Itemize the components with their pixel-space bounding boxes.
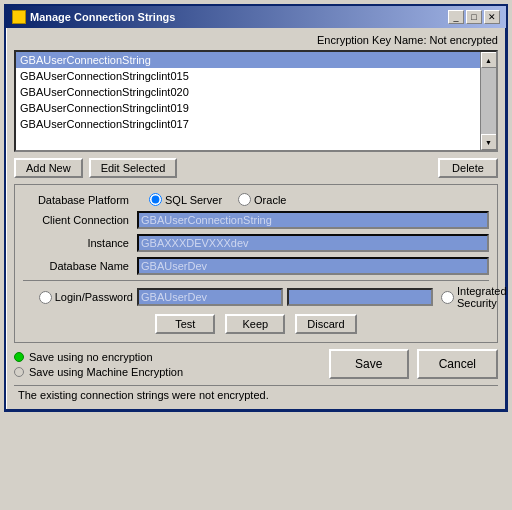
close-button[interactable]: ✕: [484, 10, 500, 24]
discard-button[interactable]: Discard: [295, 314, 356, 334]
database-platform-row: Database Platform SQL Server Oracle: [23, 193, 489, 206]
client-connection-input[interactable]: [137, 211, 489, 229]
window-icon: [12, 10, 26, 24]
list-item[interactable]: GBAUserConnectionStringclint017: [16, 116, 480, 132]
password-input[interactable]: [287, 288, 433, 306]
list-item[interactable]: GBAUserConnectionStringclint015: [16, 68, 480, 84]
save-row: Save using no encryption Save using Mach…: [14, 349, 498, 379]
login-input[interactable]: [137, 288, 283, 306]
list-item[interactable]: GBAUserConnectionString: [16, 52, 480, 68]
test-buttons-row: Test Keep Discard: [23, 314, 489, 334]
database-name-label: Database Name: [23, 260, 133, 272]
no-encryption-dot: [14, 352, 24, 362]
main-window: Manage Connection Strings _ □ ✕ Encrypti…: [4, 4, 508, 412]
status-message: The existing connection strings were not…: [18, 389, 269, 401]
client-connection-row: Client Connection: [23, 211, 489, 229]
sql-server-radio[interactable]: [149, 193, 162, 206]
scroll-down-button[interactable]: ▼: [481, 134, 497, 150]
oracle-option[interactable]: Oracle: [238, 193, 286, 206]
oracle-label: Oracle: [254, 194, 286, 206]
integrated-security-label: Integrated Security: [457, 285, 507, 309]
scroll-track[interactable]: [481, 68, 496, 134]
instance-label: Instance: [23, 237, 133, 249]
integrated-security-option[interactable]: Integrated Security: [441, 285, 507, 309]
integrated-security-radio[interactable]: [441, 291, 454, 304]
instance-row: Instance: [23, 234, 489, 252]
save-cancel-buttons: Save Cancel: [329, 349, 498, 379]
test-button[interactable]: Test: [155, 314, 215, 334]
edit-selected-button[interactable]: Edit Selected: [89, 158, 178, 178]
title-bar: Manage Connection Strings _ □ ✕: [6, 6, 506, 28]
machine-encryption-label: Save using Machine Encryption: [29, 366, 183, 378]
cancel-button[interactable]: Cancel: [417, 349, 498, 379]
list-item[interactable]: GBAUserConnectionStringclint019: [16, 100, 480, 116]
encryption-label: Encryption Key Name: Not encrypted: [14, 34, 498, 46]
status-bar: The existing connection strings were not…: [14, 385, 498, 404]
instance-input[interactable]: [137, 234, 489, 252]
machine-encryption-option[interactable]: Save using Machine Encryption: [14, 366, 309, 378]
database-platform-label: Database Platform: [23, 194, 133, 206]
window-title: Manage Connection Strings: [30, 11, 175, 23]
save-button[interactable]: Save: [329, 349, 409, 379]
list-item[interactable]: GBAUserConnectionStringclint020: [16, 84, 480, 100]
list-action-buttons: Add New Edit Selected Delete: [14, 158, 498, 178]
database-name-row: Database Name: [23, 257, 489, 275]
login-row: Login/Password Integrated Security: [23, 285, 489, 309]
sql-server-label: SQL Server: [165, 194, 222, 206]
save-options: Save using no encryption Save using Mach…: [14, 351, 309, 378]
no-encryption-option[interactable]: Save using no encryption: [14, 351, 309, 363]
login-inputs: [137, 288, 433, 306]
list-items: GBAUserConnectionString GBAUserConnectio…: [16, 52, 480, 150]
oracle-radio[interactable]: [238, 193, 251, 206]
scrollbar[interactable]: ▲ ▼: [480, 52, 496, 150]
form-section: Database Platform SQL Server Oracle Clie…: [14, 184, 498, 343]
keep-button[interactable]: Keep: [225, 314, 285, 334]
login-label-wrap: Login/Password: [23, 291, 133, 304]
title-bar-left: Manage Connection Strings: [12, 10, 175, 24]
connection-string-list[interactable]: GBAUserConnectionString GBAUserConnectio…: [14, 50, 498, 152]
add-new-button[interactable]: Add New: [14, 158, 83, 178]
scroll-up-button[interactable]: ▲: [481, 52, 497, 68]
title-bar-buttons: _ □ ✕: [448, 10, 500, 24]
form-separator: [23, 280, 489, 281]
client-connection-label: Client Connection: [23, 214, 133, 226]
maximize-button[interactable]: □: [466, 10, 482, 24]
sql-server-option[interactable]: SQL Server: [149, 193, 222, 206]
delete-button[interactable]: Delete: [438, 158, 498, 178]
database-name-input[interactable]: [137, 257, 489, 275]
minimize-button[interactable]: _: [448, 10, 464, 24]
window-body: Encryption Key Name: Not encrypted GBAUs…: [6, 28, 506, 410]
login-password-radio[interactable]: [39, 291, 52, 304]
machine-encryption-dot: [14, 367, 24, 377]
login-password-label: Login/Password: [55, 291, 133, 303]
no-encryption-label: Save using no encryption: [29, 351, 153, 363]
